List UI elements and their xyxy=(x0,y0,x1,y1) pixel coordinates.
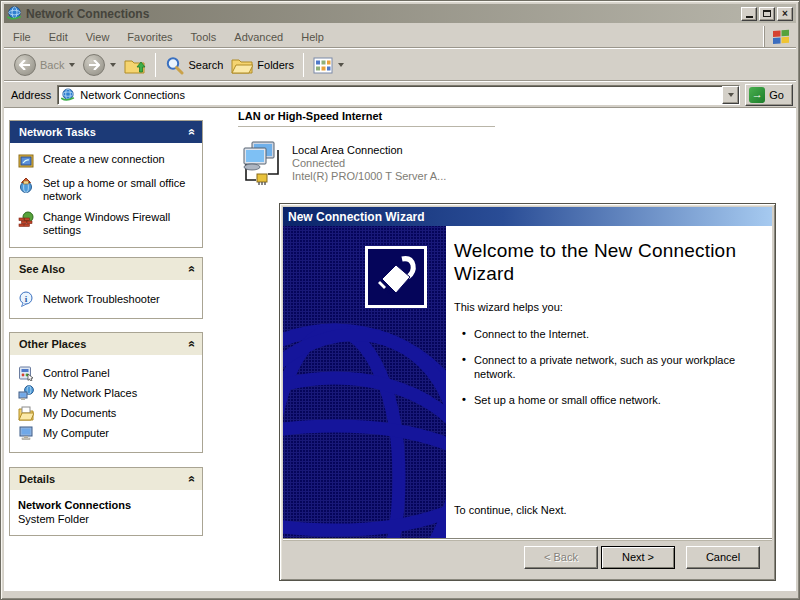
sidebar-item-network-troubleshooter[interactable]: i Network Troubleshooter xyxy=(18,289,196,309)
address-combo[interactable]: Network Connections xyxy=(57,85,740,105)
toolbar-separator xyxy=(155,53,156,77)
rj45-plug-icon xyxy=(372,253,420,301)
network-tasks-header[interactable]: Network Tasks » xyxy=(10,121,202,143)
maximize-button[interactable] xyxy=(759,7,775,21)
go-button[interactable]: → Go xyxy=(745,84,793,106)
panel-title: See Also xyxy=(19,263,65,275)
sidebar-item-my-computer[interactable]: My Computer xyxy=(18,423,196,443)
cancel-button[interactable]: Cancel xyxy=(686,546,760,569)
back-icon xyxy=(14,54,36,76)
address-label: Address xyxy=(11,89,51,101)
back-button-wizard[interactable]: < Back xyxy=(524,546,598,569)
control-panel-icon xyxy=(18,365,34,381)
menu-tools[interactable]: Tools xyxy=(182,29,226,45)
search-button[interactable]: Search xyxy=(161,54,227,77)
go-label: Go xyxy=(769,89,784,101)
panel-title: Network Tasks xyxy=(19,126,96,138)
windows-flag-icon xyxy=(772,29,790,45)
wizard-content: Welcome to the New Connection Wizard Thi… xyxy=(283,226,772,541)
see-also-header[interactable]: See Also » xyxy=(10,258,202,280)
chevron-down-icon xyxy=(728,93,734,97)
other-places-header[interactable]: Other Places » xyxy=(10,333,202,355)
forward-dropdown-icon[interactable] xyxy=(110,63,116,67)
wizard-bullet-list: Connect to the Internet. Connect to a pr… xyxy=(454,327,754,407)
network-tasks-panel: Network Tasks » Create a new connection xyxy=(9,120,203,248)
sidebar-item-home-network[interactable]: Set up a home or small office network xyxy=(18,177,196,203)
details-item-name: Network Connections xyxy=(18,499,196,511)
wizard-side-panel xyxy=(283,226,446,540)
go-arrow-icon: → xyxy=(749,87,765,103)
minimize-button[interactable] xyxy=(741,7,757,21)
menu-view[interactable]: View xyxy=(77,29,119,45)
menu-file[interactable]: File xyxy=(4,29,40,45)
folders-button[interactable]: Folders xyxy=(227,55,298,76)
place-label: My Network Places xyxy=(43,387,137,399)
details-header[interactable]: Details » xyxy=(10,468,202,490)
menu-advanced[interactable]: Advanced xyxy=(225,29,292,45)
group-header-lan: LAN or High-Speed Internet xyxy=(238,110,495,127)
connection-device: Intel(R) PRO/1000 T Server A... xyxy=(292,170,446,183)
up-folder-icon xyxy=(124,55,146,75)
details-item-type: System Folder xyxy=(18,513,196,525)
minimize-icon xyxy=(746,16,753,18)
details-panel: Details » Network Connections System Fol… xyxy=(9,467,203,536)
wizard-bullet: Connect to the Internet. xyxy=(454,327,754,341)
folders-label: Folders xyxy=(257,59,294,71)
wizard-titlebar[interactable]: New Connection Wizard xyxy=(283,207,772,226)
toolbar-separator xyxy=(303,53,304,77)
task-label: Change Windows Firewall settings xyxy=(43,211,191,237)
titlebar[interactable]: Network Connections × xyxy=(4,4,796,23)
window-title: Network Connections xyxy=(26,7,741,21)
sidebar-item-firewall-settings[interactable]: Change Windows Firewall settings xyxy=(18,211,196,237)
collapse-chevron-icon[interactable]: » xyxy=(187,266,197,273)
sidebar-item-my-documents[interactable]: My Documents xyxy=(18,403,196,423)
wizard-footer-hint: To continue, click Next. xyxy=(454,504,567,516)
wizard-bullet: Set up a home or small office network. xyxy=(454,393,754,407)
sidebar-item-control-panel[interactable]: Control Panel xyxy=(18,363,196,383)
back-button[interactable]: Back xyxy=(10,52,79,78)
panel-title: Details xyxy=(19,473,55,485)
menu-favorites[interactable]: Favorites xyxy=(118,29,181,45)
menu-help[interactable]: Help xyxy=(292,29,333,45)
forward-button[interactable] xyxy=(79,52,120,78)
task-label: Set up a home or small office network xyxy=(43,177,191,203)
info-icon: i xyxy=(18,291,34,307)
lan-connection-icon xyxy=(238,140,286,188)
wizard-button-row: < Back Next > Cancel xyxy=(283,538,772,577)
collapse-chevron-icon[interactable]: » xyxy=(187,341,197,348)
collapse-chevron-icon[interactable]: » xyxy=(187,476,197,483)
wizard-heading: Welcome to the New Connection Wizard xyxy=(454,239,754,285)
back-label: Back xyxy=(40,59,64,71)
forward-icon xyxy=(83,54,105,76)
close-button[interactable]: × xyxy=(777,7,793,21)
menu-edit[interactable]: Edit xyxy=(40,29,77,45)
close-icon: × xyxy=(782,9,788,19)
next-button[interactable]: Next > xyxy=(601,546,675,569)
up-button[interactable] xyxy=(120,53,150,77)
collapse-chevron-icon[interactable]: » xyxy=(187,129,197,136)
connection-item-local-area[interactable]: Local Area Connection Connected Intel(R)… xyxy=(238,140,446,188)
task-label: Create a new connection xyxy=(43,153,191,169)
menubar: File Edit View Favorites Tools Advanced … xyxy=(4,26,796,47)
network-connections-window: Network Connections × File Edit View Fav… xyxy=(0,0,800,600)
search-label: Search xyxy=(188,59,223,71)
views-button[interactable] xyxy=(309,55,348,76)
address-dropdown-button[interactable] xyxy=(722,86,739,104)
views-dropdown-icon[interactable] xyxy=(338,63,344,67)
back-dropdown-icon[interactable] xyxy=(69,63,75,67)
search-icon xyxy=(165,56,184,75)
place-label: My Computer xyxy=(43,427,109,439)
network-globe-icon xyxy=(7,6,22,21)
my-computer-icon xyxy=(18,425,34,441)
wizard-main-area: Welcome to the New Connection Wizard Thi… xyxy=(446,226,772,540)
sidebar-item-create-connection[interactable]: Create a new connection xyxy=(18,153,196,169)
wizard-intro: This wizard helps you: xyxy=(454,301,754,313)
sidebar-item-my-network-places[interactable]: My Network Places xyxy=(18,383,196,403)
firewall-icon xyxy=(18,211,34,227)
panel-title: Other Places xyxy=(19,338,86,350)
place-label: My Documents xyxy=(43,407,116,419)
my-documents-icon xyxy=(18,405,34,421)
network-globe-icon xyxy=(61,88,75,102)
new-connection-wizard-dialog: New Connection Wizard xyxy=(279,203,776,581)
maximize-icon xyxy=(763,10,771,17)
